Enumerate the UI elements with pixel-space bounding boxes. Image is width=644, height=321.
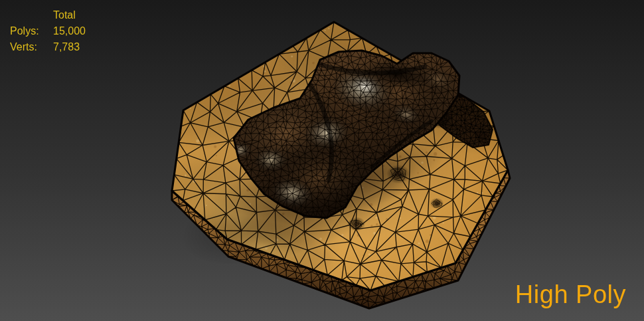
- poly-stats-grid: Total Polys: 15,000 Verts: 7,783: [10, 9, 86, 53]
- poly-stats-overlay: Total Polys: 15,000 Verts: 7,783: [10, 9, 86, 53]
- polys-value: 15,000: [53, 25, 86, 37]
- viewport-3d[interactable]: Total Polys: 15,000 Verts: 7,783 High Po…: [0, 0, 644, 321]
- verts-value: 7,783: [53, 41, 86, 53]
- wireframe-model-canvas[interactable]: [0, 0, 644, 321]
- polys-label: Polys:: [10, 25, 52, 37]
- stats-header: Total: [53, 9, 86, 21]
- high-poly-caption: High Poly: [515, 282, 626, 307]
- stats-spacer: [10, 9, 52, 21]
- verts-label: Verts:: [10, 41, 52, 53]
